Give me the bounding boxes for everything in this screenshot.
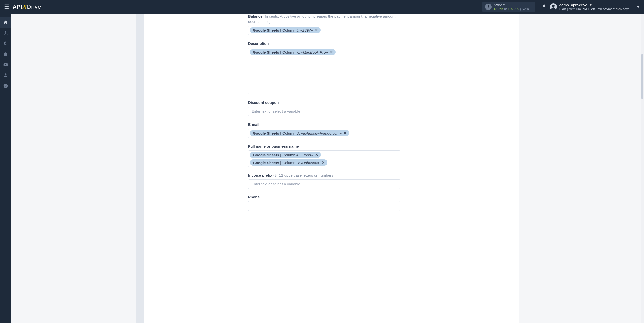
actions-used: 18'055 [494,7,503,11]
field-input[interactable]: Google Sheets | Column D: «jjohnson@yaho… [248,129,400,138]
chevron-down-icon[interactable]: ▼ [636,5,640,9]
bell-icon[interactable] [542,4,546,10]
user-block[interactable]: demo_apix-drive_s3 Plan |Premium PRO| le… [559,3,629,11]
field-input[interactable]: Google Sheets | Column A: «John»✕Google … [248,150,400,167]
logo-text-drive: Drive [27,4,41,10]
field-label: Description [248,41,400,46]
variable-chip[interactable]: Google Sheets | Column J: «2897»✕ [250,27,321,33]
chip-value: «2897» [300,28,313,32]
avatar-icon[interactable] [550,3,557,10]
chip-value: «John» [301,153,313,157]
form-field: Phone [248,194,400,211]
chip-source: Google Sheets [253,131,279,135]
chip-remove-icon[interactable]: ✕ [315,153,318,157]
field-label: Invoice prefix (3–12 uppercase letters o… [248,173,400,178]
field-input[interactable] [248,179,400,189]
chip-source: Google Sheets [253,50,279,54]
info-icon: i [485,4,492,10]
chip-remove-icon[interactable]: ✕ [315,28,318,32]
variable-chip[interactable]: Google Sheets | Column K: «MacBook Pro»✕ [250,49,336,55]
form-field: Invoice prefix (3–12 uppercase letters o… [248,173,400,189]
username: demo_apix-drive_s3 [559,3,629,7]
chip-remove-icon[interactable]: ✕ [330,50,333,54]
field-label-text: Phone [248,195,260,199]
form-field: Full name or business nameGoogle Sheets … [248,144,400,167]
sidebar-item-help[interactable] [0,80,11,91]
chip-column: | Column J: [280,28,299,32]
field-label: E-mail [248,122,400,127]
sidebar-item-billing[interactable] [0,38,11,49]
chip-column: | Column B: [280,160,300,165]
sidebar-item-integrations[interactable] [0,28,11,38]
field-label: Discount coupon [248,100,400,105]
field-input[interactable]: Google Sheets | Column J: «2897»✕ [248,26,400,35]
chip-column: | Column D: [280,131,300,135]
field-label: Balance (In cents. A positive amount inc… [248,14,400,24]
plan-suffix: | left until payment [589,7,616,11]
chip-column: | Column A: [280,153,300,157]
left-gutter [136,14,144,323]
sidebar-item-video[interactable] [0,59,11,70]
field-text-input[interactable] [250,108,399,114]
field-hint: (3–12 uppercase letters or numbers) [272,173,335,177]
days-num: 176 [616,7,622,11]
chip-value: «jjohnson@yahoo.com» [301,131,342,135]
plan-name: Premium PRO [568,7,589,11]
sidebar-item-home[interactable] [0,17,11,28]
logo[interactable]: APIXDrive [13,4,41,10]
scrollbar-thumb[interactable] [641,54,643,99]
logo-text-api: API [13,4,23,10]
chip-column: | Column K: [280,50,300,54]
chip-remove-icon[interactable]: ✕ [321,160,325,165]
variable-chip[interactable]: Google Sheets | Column A: «John»✕ [250,152,321,158]
form-column: Balance (In cents. A positive amount inc… [248,14,400,226]
sidebar-item-account[interactable] [0,70,11,80]
field-label: Full name or business name [248,144,400,149]
field-input[interactable] [248,107,400,116]
form-card: Balance (In cents. A positive amount inc… [144,14,519,323]
field-label-text: Discount coupon [248,100,279,105]
sidebar-item-tools[interactable] [0,49,11,59]
page-shell: Balance (In cents. A positive amount inc… [11,0,644,323]
actions-of: of [503,7,508,11]
field-label-text: Balance [248,14,263,18]
field-label-text: Invoice prefix [248,173,272,177]
variable-chip[interactable]: Google Sheets | Column B: «Johnson»✕ [250,159,327,166]
actions-label: Actions: [494,3,532,7]
chip-value: «MacBook Pro» [301,50,328,54]
chip-source: Google Sheets [253,160,279,165]
actions-pct: (18%) [519,7,529,11]
logo-text-x: X [22,4,27,10]
plan-prefix: Plan | [559,7,568,11]
field-label-text: Description [248,41,269,46]
actions-values: 18'055 of 100'000 (18%) [494,7,532,11]
field-text-input[interactable] [250,203,399,209]
form-field: DescriptionGoogle Sheets | Column K: «Ma… [248,41,400,94]
form-field: Discount coupon [248,100,400,116]
field-hint: (In cents. A positive amount increases t… [248,14,395,24]
chip-value: «Johnson» [301,160,319,165]
chip-source: Google Sheets [253,153,279,157]
chip-source: Google Sheets [253,28,279,32]
field-label-text: Full name or business name [248,144,299,148]
field-input[interactable]: Google Sheets | Column K: «MacBook Pro»✕ [248,48,400,94]
actions-total: 100'000 [508,7,519,11]
days-word: days [622,7,629,11]
actions-info[interactable]: i Actions: 18'055 of 100'000 (18%) [482,2,535,12]
scrollbar-vertical[interactable] [641,14,644,323]
topbar: ☰ APIXDrive i Actions: 18'055 of 100'000… [0,0,644,14]
form-field: Balance (In cents. A positive amount inc… [248,14,400,35]
field-label: Phone [248,194,400,200]
plan-line: Plan |Premium PRO| left until payment 17… [559,7,629,11]
chip-remove-icon[interactable]: ✕ [344,131,347,135]
variable-chip[interactable]: Google Sheets | Column D: «jjohnson@yaho… [250,130,349,136]
form-field: E-mailGoogle Sheets | Column D: «jjohnso… [248,122,400,138]
field-input[interactable] [248,201,400,211]
field-label-text: E-mail [248,122,259,127]
sidebar [0,14,11,323]
field-text-input[interactable] [250,181,399,187]
hamburger-icon[interactable]: ☰ [4,4,9,10]
